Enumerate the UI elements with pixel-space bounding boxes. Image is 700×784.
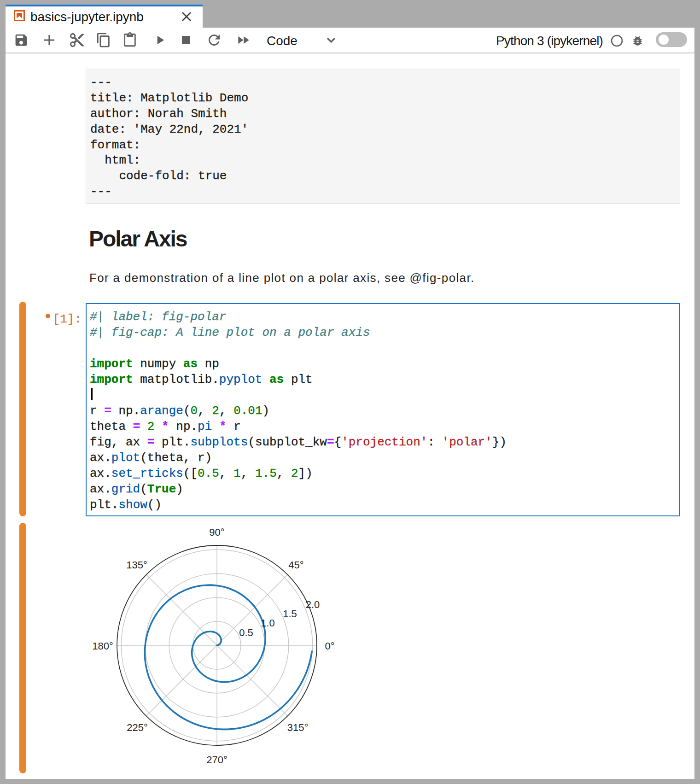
svg-text:45°: 45° — [288, 559, 303, 571]
svg-text:0°: 0° — [325, 640, 334, 652]
svg-text:180°: 180° — [92, 640, 113, 652]
svg-text:1.5: 1.5 — [283, 608, 297, 620]
svg-text:135°: 135° — [126, 559, 147, 571]
svg-text:2.0: 2.0 — [306, 599, 320, 610]
svg-text:1.0: 1.0 — [261, 617, 275, 629]
svg-text:270°: 270° — [206, 754, 228, 766]
svg-text:315°: 315° — [287, 722, 309, 733]
svg-text:0.5: 0.5 — [239, 627, 253, 638]
svg-text:225°: 225° — [127, 722, 148, 733]
svg-text:90°: 90° — [209, 527, 224, 538]
